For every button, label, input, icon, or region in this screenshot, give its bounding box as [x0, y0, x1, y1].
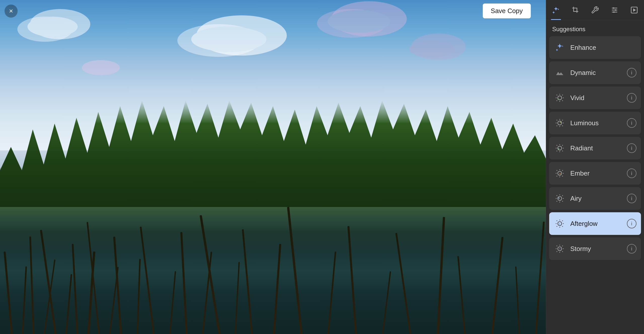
filter-item-luminous[interactable]: Luminous i [549, 112, 641, 134]
reed [491, 237, 504, 334]
reed [235, 262, 240, 334]
reed [4, 252, 13, 334]
filter-name-dynamic: Dynamic [570, 69, 627, 77]
close-button[interactable]: × [5, 5, 18, 18]
svg-line-35 [562, 145, 563, 146]
airy-badge: i [627, 194, 636, 203]
reed [273, 244, 281, 334]
filter-name-stormy: Stormy [570, 245, 627, 253]
reed [328, 252, 336, 334]
toolbar-crop[interactable] [568, 3, 583, 17]
svg-point-56 [558, 197, 560, 199]
sparkles-icon [552, 6, 560, 14]
filter-name-enhance: Enhance [570, 44, 636, 52]
filter-list: Enhance Dynamic i [546, 36, 644, 334]
suggestions-label: Suggestions [552, 26, 585, 32]
svg-point-36 [558, 148, 559, 150]
reed [347, 226, 357, 334]
svg-line-50 [557, 195, 557, 196]
reed [437, 217, 445, 334]
filter-item-afterglow[interactable]: Afterglow i [549, 212, 641, 235]
toolbar-suggestions[interactable] [548, 3, 564, 17]
svg-point-66 [558, 223, 560, 225]
filter-name-ember: Ember [570, 170, 627, 177]
filter-item-dynamic[interactable]: Dynamic i [549, 61, 641, 84]
svg-line-60 [557, 221, 557, 221]
reed [29, 236, 35, 334]
suggestions-header: Suggestions [546, 20, 644, 36]
svg-line-25 [562, 120, 563, 120]
svg-line-61 [562, 226, 563, 227]
svg-line-24 [557, 126, 557, 126]
svg-point-3 [613, 7, 614, 9]
filter-item-enhance[interactable]: Enhance [549, 36, 641, 59]
svg-line-74 [557, 251, 557, 252]
export-icon [630, 6, 638, 14]
svg-line-20 [557, 120, 557, 120]
radiant-filter-icon [554, 142, 566, 154]
sun-icon-afterglow [555, 219, 565, 228]
photo-editor-canvas: × Save Copy [0, 0, 546, 334]
save-copy-button[interactable]: Save Copy [483, 4, 531, 18]
reed [199, 215, 221, 334]
reed [140, 227, 154, 334]
cloud-5 [82, 60, 120, 75]
reed [457, 256, 465, 334]
sun-icon-radiant [555, 143, 565, 153]
reed [169, 271, 176, 334]
right-panel: Suggestions Enhance Dynamic i [546, 0, 644, 334]
luminous-filter-icon [554, 117, 566, 129]
afterglow-filter-icon [554, 218, 566, 230]
svg-line-45 [562, 170, 563, 171]
svg-line-71 [562, 251, 563, 252]
filter-name-vivid: Vivid [570, 94, 627, 102]
sun-icon-stormy [555, 244, 565, 254]
filter-item-ember[interactable]: Ember i [549, 162, 641, 185]
svg-line-30 [557, 145, 557, 146]
reed [65, 274, 72, 334]
svg-line-51 [562, 201, 563, 201]
toolbar-export[interactable] [627, 3, 642, 17]
filter-name-radiant: Radiant [570, 144, 627, 152]
wrench-icon [591, 6, 599, 14]
filter-item-airy[interactable]: Airy i [549, 187, 641, 210]
filter-name-afterglow: Afterglow [570, 220, 627, 228]
svg-line-64 [557, 226, 557, 227]
svg-line-55 [562, 195, 563, 196]
toolbar-adjust[interactable] [587, 3, 602, 17]
svg-line-41 [562, 176, 563, 176]
svg-line-14 [557, 100, 557, 101]
svg-line-40 [557, 170, 557, 171]
sun-icon-luminous [555, 118, 565, 128]
sliders-icon [611, 6, 619, 14]
dynamic-filter-icon [554, 67, 566, 79]
reed [535, 222, 545, 334]
luminous-badge: i [627, 118, 636, 128]
svg-point-17 [558, 121, 562, 125]
afterglow-badge: i [627, 219, 636, 228]
cloud-2 [191, 27, 267, 52]
airy-filter-icon [554, 192, 566, 204]
filter-item-vivid[interactable]: Vivid i [549, 87, 641, 109]
svg-point-16 [557, 98, 559, 100]
reed [395, 233, 411, 334]
filter-item-stormy[interactable]: Stormy i [549, 237, 641, 260]
ember-filter-icon [554, 167, 566, 179]
reed [287, 207, 302, 334]
crop-icon [572, 6, 580, 14]
svg-line-15 [562, 95, 563, 95]
svg-point-5 [613, 11, 615, 13]
svg-point-26 [560, 121, 561, 123]
svg-line-54 [557, 201, 557, 201]
reed [382, 271, 391, 334]
ember-badge: i [627, 169, 636, 178]
enhance-filter-icon [554, 41, 566, 54]
toolbar-filters[interactable] [607, 3, 622, 17]
dynamic-badge: i [627, 68, 636, 77]
toolbar [546, 0, 644, 20]
filter-name-luminous: Luminous [570, 119, 627, 127]
reed [137, 259, 141, 334]
svg-line-34 [557, 151, 557, 151]
filter-name-airy: Airy [570, 195, 627, 202]
filter-item-radiant[interactable]: Radiant i [549, 137, 641, 159]
